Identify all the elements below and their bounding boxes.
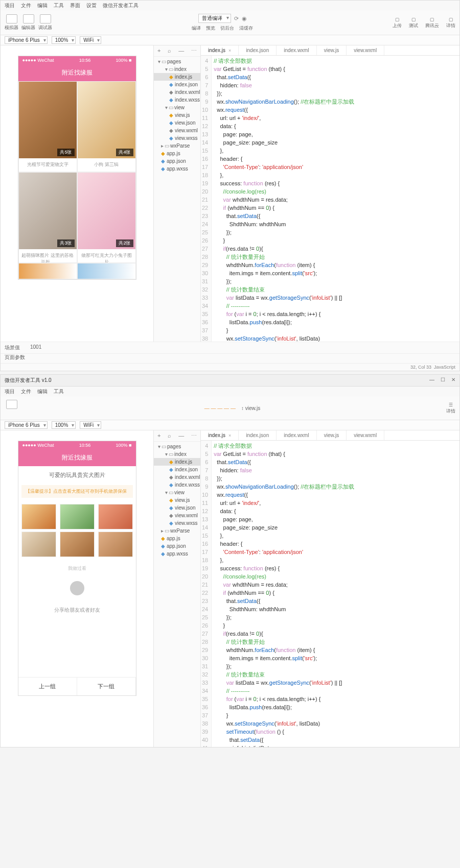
tree-file[interactable]: ◆view.wxss [154,519,200,527]
maximize-icon[interactable]: ☐ [441,377,445,384]
tree-tool[interactable]: + [157,47,160,54]
toolbar-right-item[interactable]: ▢上传 [393,17,402,29]
device-select[interactable]: iPhone 6 Plus [5,421,48,429]
tree-file[interactable]: ◆app.json [154,542,200,550]
tree-file[interactable]: ▸▭wxParse [154,527,200,535]
editor-tab[interactable]: index.json [239,430,277,440]
toolbar-action[interactable]: 编译 [192,25,201,32]
toolbar-debugger[interactable]: 调试器 [38,14,52,31]
tree-file[interactable]: ▾▭view [154,489,200,496]
card-caption: 超萌猫咪图片 这里的苏格兰折… [19,249,77,262]
editor-tab[interactable]: view.js [317,430,347,440]
tree-file[interactable]: ▾▭index [154,65,200,73]
tree-file[interactable]: ◆app.wxss [154,165,200,173]
eye-icon[interactable]: ◉ [242,15,247,22]
menu-item[interactable]: 编辑 [37,388,48,395]
thumbnail[interactable] [60,532,95,557]
tree-file[interactable]: ▾▭index [154,450,200,458]
tree-tool[interactable]: ⌕ [168,47,171,54]
editor-tab[interactable]: index.json [239,45,277,55]
tree-tool[interactable]: — [178,432,184,439]
tree-file[interactable]: ◆view.js [154,496,200,504]
close-tab-icon[interactable]: × [228,48,231,53]
gallery-card[interactable]: 共4张小狗 第三辑 [77,81,136,172]
network-select[interactable]: WiFi [80,36,101,44]
menu-item[interactable]: 工具 [54,388,64,395]
network-select[interactable]: WiFi [80,421,101,429]
tree-tool[interactable]: + [157,432,160,439]
tree-file[interactable]: ◆index.js [154,73,200,81]
tree-file[interactable]: ◆view.wxml [154,512,200,519]
editor-tab[interactable]: view.js [317,45,347,55]
editor-tab[interactable]: view.wxml [347,45,384,55]
toolbar-simulator[interactable]: 模拟器 [5,14,18,31]
editor-tab[interactable]: index.wxml [277,430,316,440]
tree-tool[interactable]: — [178,47,184,54]
tree-file[interactable]: ◆app.js [154,535,200,542]
thumbnail[interactable] [21,504,56,529]
menu-item[interactable]: 微信开发者工具 [103,2,139,9]
refresh-icon[interactable]: ⟳ [234,15,239,22]
thumbnail[interactable] [21,532,56,557]
tree-tool[interactable]: ⋯ [191,432,197,439]
toolbar-right-item[interactable]: ▢详情 [446,17,455,29]
toolbar-action[interactable]: 预览 [206,25,215,32]
close-tab-icon[interactable]: × [228,433,231,438]
tree-file[interactable]: ◆view.wxml [154,127,200,134]
editor-tab[interactable]: index.js× [201,430,239,440]
tree-file[interactable]: ◆index.wxml [154,88,200,96]
share-text[interactable]: 分享给朋友或者好友 [18,599,136,621]
menu-item[interactable]: 项目 [5,388,15,395]
tree-file[interactable]: ◆index.wxss [154,481,200,489]
tree-file[interactable]: ◆index.js [154,458,200,466]
tree-file[interactable]: ◆app.json [154,157,200,165]
tree-file[interactable]: ◆view.json [154,119,200,127]
toolbar-right-item[interactable]: ▢测试 [409,17,418,29]
tree-tool[interactable]: ⋯ [191,47,197,54]
tree-file[interactable]: ◆app.wxss [154,550,200,558]
close-icon[interactable]: ✕ [451,377,455,384]
editor-tab[interactable]: view.wxml [347,430,384,440]
editor-tab[interactable]: index.js× [201,45,239,55]
device-select[interactable]: iPhone 6 Plus [5,36,48,44]
detail-title: 可爱的玩具贵宾犬图片 [18,466,136,482]
thumbnail[interactable] [60,504,95,529]
prev-button[interactable]: 上一组 [18,678,77,695]
tree-file[interactable]: ◆app.js [154,150,200,157]
tree-file[interactable]: ◆view.js [154,111,200,119]
compile-mode-select[interactable]: 普通编译 [198,14,231,23]
tree-file[interactable]: ▸▭wxParse [154,142,200,150]
tree-file[interactable]: ◆index.wxss [154,96,200,104]
menu-item[interactable]: 文件 [21,388,31,395]
toolbar-right-item[interactable]: ▢腾讯云 [425,17,439,29]
menu-item[interactable]: 工具 [54,2,64,9]
zoom-select[interactable]: 100% [52,36,76,44]
tree-file[interactable]: ◆view.wxss [154,134,200,142]
menu-item[interactable]: 界面 [70,2,80,9]
tree-file[interactable]: ◆index.wxml [154,473,200,481]
gallery-card[interactable]: 共5张光棍节可爱宠物文字 [18,81,77,172]
toolbar-editor[interactable]: 编辑器 [21,14,35,31]
tree-file[interactable]: ▾▭view [154,104,200,111]
details-button[interactable]: ☰详情 [446,402,455,415]
tree-tool[interactable]: ⌕ [168,432,171,439]
gallery-card[interactable]: 共3张超萌猫咪图片 这里的苏格兰折… [18,172,77,263]
menu-item[interactable]: 编辑 [37,2,48,9]
zoom-select[interactable]: 100% [52,421,76,429]
tree-folder-pages[interactable]: ▾▭pages [154,58,200,65]
toolbar-simulator[interactable]: 模拟器 [5,400,18,417]
minimize-icon[interactable]: — [429,377,434,384]
thumbnail[interactable] [98,504,133,529]
gallery-card[interactable]: 共2张做那可红克大力小兔子图片 [77,172,136,263]
tree-file[interactable]: ◆index.json [154,466,200,473]
menu-item[interactable]: 项目 [5,2,15,9]
menu-item[interactable]: 文件 [21,2,31,9]
editor-tab[interactable]: index.wxml [277,45,316,55]
tree-file[interactable]: ◆view.json [154,504,200,512]
next-button[interactable]: 下一组 [77,678,136,695]
toolbar-action[interactable]: 清缓存 [239,25,253,32]
toolbar-action[interactable]: 切后台 [220,25,234,32]
menu-item[interactable]: 设置 [86,2,97,9]
thumbnail[interactable] [98,532,133,557]
tree-file[interactable]: ◆index.json [154,81,200,88]
